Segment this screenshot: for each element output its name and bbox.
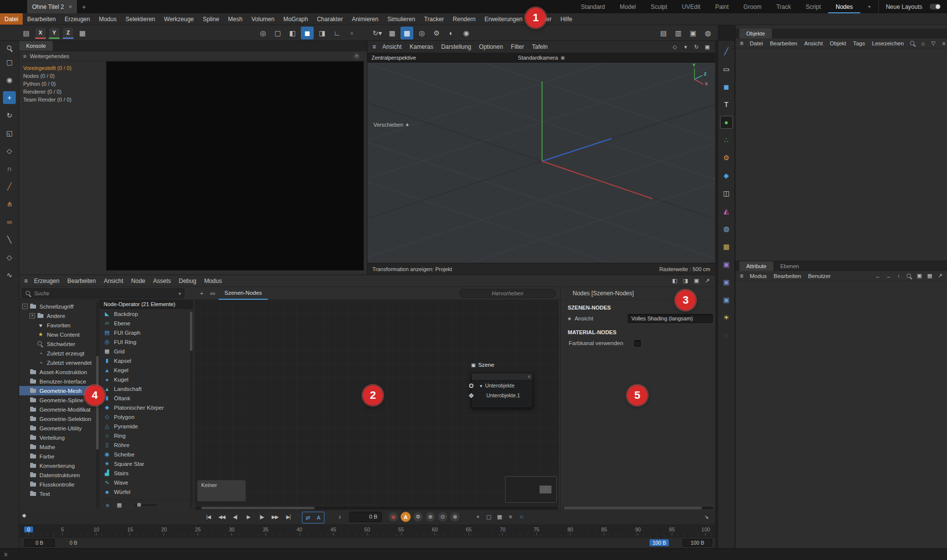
- highlight-input[interactable]: [460, 289, 555, 297]
- tree-item[interactable]: ♥ Favoriten: [19, 320, 99, 330]
- node-operator-item[interactable]: ○ Ring: [100, 431, 193, 440]
- grid-icon[interactable]: ▦: [925, 271, 935, 281]
- hamburger-icon[interactable]: ≡: [22, 278, 30, 284]
- tree-expander[interactable]: [30, 341, 35, 347]
- farbkanal-checkbox[interactable]: [634, 340, 641, 347]
- tree-expander[interactable]: [30, 322, 35, 328]
- current-frame-field[interactable]: 0 B: [349, 512, 382, 522]
- autokey-button[interactable]: A: [401, 512, 411, 522]
- layout-tab[interactable]: Paint: [708, 0, 736, 13]
- search-icon[interactable]: [904, 271, 914, 281]
- tree-item[interactable]: Geometrie-Selektion: [19, 414, 99, 423]
- node-graph-minimap[interactable]: [505, 476, 557, 503]
- simulation-menu-icon[interactable]: ↻▾: [371, 27, 384, 39]
- console-source-item[interactable]: Nodes (0 / 0): [19, 72, 106, 80]
- objects-menu-item[interactable]: Objekt: [826, 40, 849, 46]
- tree-expander[interactable]: [22, 435, 28, 440]
- workplane-icon[interactable]: ∟: [330, 27, 343, 39]
- node-editor-menu-item[interactable]: Erzeugen: [30, 278, 63, 284]
- node-operator-item[interactable]: ∿ Wave: [100, 478, 193, 487]
- layout-tab[interactable]: Model: [613, 0, 644, 13]
- tree-item[interactable]: ◔ Zuletzt erzeugt: [19, 349, 99, 358]
- objects-menu-item[interactable]: Tags: [849, 40, 868, 46]
- timeline-resize-icon[interactable]: ↘: [701, 512, 711, 522]
- save-icon[interactable]: ▤: [20, 27, 33, 39]
- menu-item[interactable]: Animieren: [347, 13, 383, 25]
- node-operator-item[interactable]: ▯ Röhre: [100, 440, 193, 450]
- node-operator-item[interactable]: ◉ Scheibe: [100, 450, 193, 459]
- close-icon[interactable]: ×: [353, 53, 360, 60]
- material-nodes-section[interactable]: MATERIAL-NODES: [561, 324, 715, 337]
- tree-expander[interactable]: [22, 407, 28, 412]
- range-end-field[interactable]: 100 B: [683, 539, 712, 547]
- camera-selector[interactable]: Standardkamera ▣: [518, 55, 565, 61]
- snap-toggle-icon[interactable]: ∩: [516, 512, 526, 522]
- stage-icon[interactable]: ▦: [720, 240, 733, 253]
- render-region-icon[interactable]: ▢: [271, 27, 284, 39]
- texture-mode-icon[interactable]: ◨: [316, 27, 328, 39]
- tree-item[interactable]: Flusskontrolle: [19, 480, 99, 489]
- node-editor-menu-item[interactable]: Modus: [200, 278, 226, 284]
- node-operator-item[interactable]: ▱ Ebene: [100, 318, 193, 328]
- tree-expander[interactable]: [30, 332, 35, 337]
- layout-tab[interactable]: UVEdit: [675, 0, 708, 13]
- attributes-menu-item[interactable]: Benutzer: [804, 273, 834, 279]
- plane-lock-icon[interactable]: ▫: [345, 27, 358, 39]
- keyframe-presets-icon[interactable]: ▢: [484, 512, 494, 522]
- icon-size-slider[interactable]: [135, 504, 157, 506]
- history-icon[interactable]: ↻: [692, 42, 701, 52]
- lock-icon[interactable]: ▣: [914, 271, 924, 281]
- console-source-item[interactable]: Voreingestellt (0 / 0): [19, 64, 106, 72]
- new-document-tab-button[interactable]: +: [82, 3, 86, 11]
- console-filter-label[interactable]: Weitergehendes: [30, 53, 69, 59]
- motion-system-icon[interactable]: ▦: [495, 512, 505, 522]
- move-tool-icon[interactable]: +: [3, 91, 16, 104]
- brush-tool-icon[interactable]: ╱: [3, 180, 16, 193]
- nav-up-icon[interactable]: ↑: [894, 271, 904, 281]
- tree-item[interactable]: Text: [19, 489, 99, 498]
- objects-tab[interactable]: Objekte: [739, 29, 772, 38]
- hamburger-icon[interactable]: ≡: [370, 43, 378, 50]
- scene-node[interactable]: ≡ ▾ Unterobjekte Unterobjekte.1: [471, 373, 533, 408]
- menu-item[interactable]: Erweiterungen: [480, 13, 527, 25]
- tree-item[interactable]: Datenstrukturen: [19, 470, 99, 480]
- hamburger-icon[interactable]: ≡: [4, 551, 7, 558]
- axis-x-button[interactable]: X: [35, 27, 46, 39]
- close-icon[interactable]: ×: [69, 3, 73, 10]
- menu-item[interactable]: Mesh: [223, 13, 247, 25]
- operator-scrollbar[interactable]: [190, 312, 192, 508]
- node-output-row[interactable]: ▾ Unterobjekte: [472, 381, 533, 390]
- menu-item[interactable]: Simulieren: [383, 13, 420, 25]
- node-operator-item[interactable]: ◎ FUI Ring: [100, 337, 193, 347]
- node-operator-item[interactable]: ■ Würfel: [100, 487, 193, 496]
- spheres-tool-icon[interactable]: ∞: [3, 215, 16, 228]
- layout-tab[interactable]: Nodes: [828, 0, 860, 13]
- tree-item[interactable]: Asset-Konstruktion: [19, 367, 99, 377]
- node-menu-icon[interactable]: ≡: [528, 374, 530, 379]
- split-horizontal-icon[interactable]: ◧: [670, 276, 680, 286]
- menu-item[interactable]: Hilfe: [556, 13, 577, 25]
- menu-item[interactable]: Rendern: [448, 13, 480, 25]
- tree-expander[interactable]: [22, 379, 28, 384]
- node-child-row[interactable]: Unterobjekte.1: [472, 390, 533, 400]
- timeline-options-icon[interactable]: ≡: [506, 512, 515, 522]
- material-pen-icon[interactable]: ◌: [720, 329, 733, 342]
- node-operator-item[interactable]: ● Kugel: [100, 375, 193, 384]
- attributes-menu-item[interactable]: Bearbeiten: [770, 273, 805, 279]
- filter-icon[interactable]: ▽: [928, 38, 938, 48]
- menu-item[interactable]: Erzeugen: [60, 13, 94, 25]
- primitive-cube-icon[interactable]: ◼: [720, 80, 733, 93]
- range-start-field[interactable]: 0 B: [24, 539, 55, 547]
- node-editor-menu-item[interactable]: Ansicht: [100, 278, 127, 284]
- child-port[interactable]: [469, 393, 474, 398]
- objects-menu-item[interactable]: Ansicht: [801, 40, 827, 46]
- picture-viewer-icon[interactable]: ▤: [657, 27, 670, 39]
- selection-tool-icon[interactable]: ▢: [3, 56, 16, 69]
- symmetry-icon[interactable]: ◭: [720, 205, 733, 217]
- nav-back-icon[interactable]: ←: [873, 271, 883, 281]
- node-operator-item[interactable]: ◣ Backdrop: [100, 309, 193, 318]
- node-editor-menu-item[interactable]: Bearbeiten: [63, 278, 100, 284]
- node-operator-item[interactable]: ▤ FUI Graph: [100, 328, 193, 337]
- node-operator-item[interactable]: ▮ Kapsel: [100, 356, 193, 365]
- gear-icon[interactable]: ⚙: [430, 27, 443, 39]
